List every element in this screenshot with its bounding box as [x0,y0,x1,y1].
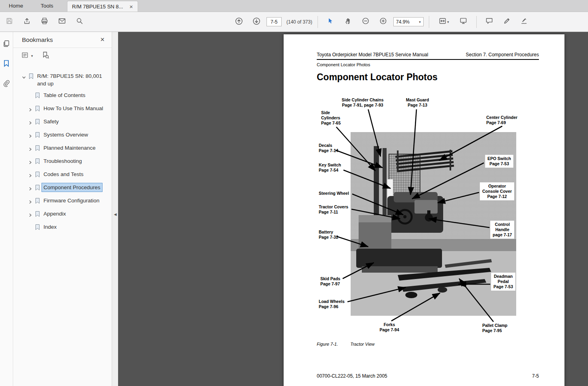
callout-tractor-covers: Tractor Covers Page 7-11 [319,204,348,215]
callout-steering-wheel: Steering Wheel [319,191,349,196]
bookmark-label: Troubleshooting [43,157,82,165]
page-number-input[interactable] [266,17,282,26]
find-current-bookmark-button[interactable] [42,51,49,61]
panel-resize-strip[interactable]: ◀ [112,32,118,386]
hand-tool-button[interactable] [341,15,356,29]
bookmark-item-systems-overview[interactable]: Systems Overview [13,129,112,142]
callout-battery: Battery Page 7-32 [319,230,338,240]
bookmark-item-planned-maintenance[interactable]: Planned Maintenance [13,142,112,155]
chevron-right-icon[interactable] [28,185,35,193]
document-view: Toyota Orderpicker Model 7BPUE15 Service… [118,32,588,386]
bookmark-options-button[interactable]: ▾ [22,52,33,60]
bookmark-search-icon [42,51,49,61]
callout-decals: Decals Page 7-14 [319,143,338,153]
bookmark-icon [35,145,43,153]
bookmark-icon [35,198,43,206]
comment-button[interactable] [482,15,497,29]
chevron-down-icon: ▾ [419,20,421,24]
panel-title: Bookmarks [22,36,99,44]
minus-circle-icon [362,17,369,26]
tab-bar: Home Tools R/M 7BPUE15 SN 8... × [0,0,588,12]
select-tool-button[interactable] [323,15,338,29]
bookmark-label: Firmware Configuration [43,197,99,204]
callout-side-cylinders: Side Cylinders Page 7-65 [321,110,341,126]
bookmark-item-appendix[interactable]: Appendix [13,208,112,221]
bookmark-item-troubleshooting[interactable]: Troubleshooting [13,155,112,168]
page-thumbnails-icon[interactable] [3,40,10,49]
page-display-button[interactable] [456,15,471,29]
upload-icon [23,17,31,26]
bookmark-item-how-to-use[interactable]: How To Use This Manual [13,103,112,116]
signature-pen-icon [521,17,528,26]
fill-sign-button[interactable] [517,15,532,29]
chevron-right-icon[interactable] [28,159,35,166]
chevron-down-icon: ▾ [447,20,449,24]
page-header-right: Section 7. Component Procedures [466,52,539,57]
collapse-panel-button[interactable]: ◀ [112,209,118,220]
bookmark-item-firmware-configuration[interactable]: Firmware Configuration [13,195,112,208]
printer-icon [41,17,48,26]
bookmark-item-safety[interactable]: Safety [13,116,112,129]
document-tab-label: R/M 7BPUE15 SN 8... [72,4,123,10]
close-tab-icon[interactable]: × [129,4,133,10]
find-button[interactable] [72,15,87,29]
callout-skid-pads: Skid Pads Page 7-97 [320,276,340,287]
bookmark-item-codes-and-tests[interactable]: Codes and Tests [13,168,112,182]
callout-side-cylinder-chains: Side Cylinder Chains Page 7-91, page 7-9… [331,97,395,108]
hand-icon [345,18,352,26]
bookmark-label: Planned Maintenance [43,144,96,152]
bookmarks-panel-icon[interactable] [3,60,10,69]
close-panel-icon[interactable]: × [99,36,106,44]
bookmarks-tree: R/M: 7BPUE15 SN: 80,001 and up Table of … [13,64,112,386]
email-button[interactable] [54,15,69,29]
zoom-out-button[interactable] [358,15,373,29]
bookmark-item-component-procedures[interactable]: Component Procedures [13,182,112,195]
bookmark-item-table-of-contents[interactable]: Table of Contents [13,89,112,103]
pdf-page: Toyota Orderpicker Model 7BPUE15 Service… [284,34,564,386]
tab-document[interactable]: R/M 7BPUE15 SN 8... × [67,1,138,12]
bookmark-label: Systems Overview [43,131,88,139]
bookmark-label: Safety [43,118,59,125]
share-button[interactable] [19,15,34,29]
chevron-right-icon[interactable] [28,146,35,153]
chevron-down-icon[interactable] [22,74,28,81]
bookmark-icon [35,211,43,219]
chevron-right-icon[interactable] [28,198,35,206]
chevron-right-icon[interactable] [28,119,35,127]
arrow-down-circle-icon [253,17,260,27]
callout-key-switch: Key Switch Page 7-54 [319,162,341,173]
bookmark-item-root[interactable]: R/M: 7BPUE15 SN: 80,001 and up [13,70,112,89]
tab-home[interactable]: Home [0,0,32,12]
figure-caption-text: Tractor View [350,342,375,346]
chevron-down-icon: ▾ [31,54,33,58]
page-header-left: Toyota Orderpicker Model 7BPUE15 Service… [317,52,428,57]
tab-tools[interactable]: Tools [32,0,62,12]
toolbar-divider [318,16,318,28]
acrobat-window: Home Tools R/M 7BPUE15 SN 8... × [0,0,588,386]
chevron-right-icon[interactable] [28,133,35,140]
next-page-button[interactable] [249,15,264,29]
toolbar-divider [476,16,477,28]
bookmark-icon [35,119,43,127]
print-button[interactable] [37,15,52,29]
page-footer-right: 7-5 [532,373,539,379]
zoom-level-select[interactable]: 74.9% ▾ [393,17,424,26]
bookmark-icon [35,158,43,166]
bookmark-label: R/M: 7BPUE15 SN: 80,001 and up [37,72,106,87]
chevron-right-icon[interactable] [28,212,35,219]
bookmark-icon [35,105,43,114]
chevron-right-icon[interactable] [28,172,35,180]
fit-width-button[interactable]: ▾ [434,15,454,29]
page-display-icon [460,17,467,26]
callout-pallet-clamp: Pallet Clamp Page 7-95 [482,323,507,333]
bookmark-item-index[interactable]: Index [13,221,112,234]
previous-page-button[interactable] [231,15,247,29]
callout-epo-switch: EPO Switch Page 7-53 [485,155,513,168]
attachments-paperclip-icon[interactable] [3,80,10,89]
highlight-button[interactable] [499,15,515,29]
cursor-arrow-icon [327,18,334,26]
chevron-right-icon[interactable] [28,106,35,114]
save-button[interactable] [2,15,17,29]
header-rule [317,59,539,60]
zoom-in-button[interactable] [376,15,391,29]
